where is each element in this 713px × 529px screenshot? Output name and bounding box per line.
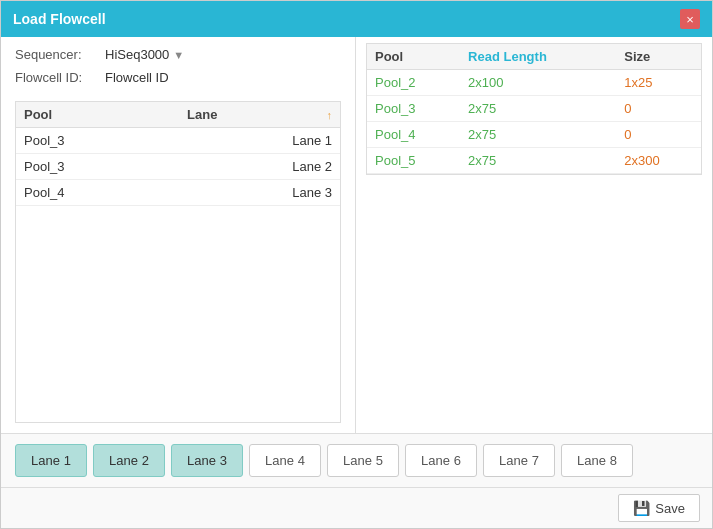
pool-cell: Pool_3 (16, 128, 179, 154)
sequencer-dropdown[interactable]: HiSeq3000 ▼ (105, 47, 184, 62)
lane-cell: Lane 3 (179, 180, 340, 206)
flowcell-id-row: Flowcell ID: Flowcell ID (15, 70, 341, 85)
save-button[interactable]: 💾 Save (618, 494, 700, 522)
left-panel: Sequencer: HiSeq3000 ▼ Flowcell ID: Flow… (1, 37, 356, 433)
right-pool-header: Pool (367, 44, 460, 70)
flowcell-id-value: Flowcell ID (105, 70, 169, 85)
pool-cell: Pool_3 (16, 154, 179, 180)
dialog-body: Sequencer: HiSeq3000 ▼ Flowcell ID: Flow… (1, 37, 712, 433)
flowcell-id-label: Flowcell ID: (15, 70, 105, 85)
save-label: Save (655, 501, 685, 516)
lane-button[interactable]: Lane 6 (405, 444, 477, 477)
lane-cell: Lane 2 (179, 154, 340, 180)
right-readlength-header: Read Length (460, 44, 616, 70)
sequencer-label: Sequencer: (15, 47, 105, 62)
table-row[interactable]: Pool_2 2x100 1x25 (367, 70, 701, 96)
left-pool-table: Pool Lane ↑ Pool_3 Lane 1 (15, 101, 341, 423)
lane-button[interactable]: Lane 5 (327, 444, 399, 477)
chevron-down-icon: ▼ (173, 49, 184, 61)
sequencer-row: Sequencer: HiSeq3000 ▼ (15, 47, 341, 62)
load-flowcell-dialog: Load Flowcell × Sequencer: HiSeq3000 ▼ F… (0, 0, 713, 529)
close-button[interactable]: × (680, 9, 700, 29)
pool-cell: Pool_4 (16, 180, 179, 206)
table-row[interactable]: Pool_5 2x75 2x300 (367, 148, 701, 174)
pool-cell: Pool_4 (367, 122, 460, 148)
read-length-cell: 2x75 (460, 148, 616, 174)
size-cell: 0 (616, 122, 701, 148)
lanes-bar: Lane 1Lane 2Lane 3Lane 4Lane 5Lane 6Lane… (1, 433, 712, 487)
right-size-header: Size (616, 44, 701, 70)
lane-cell: Lane 1 (179, 128, 340, 154)
size-cell: 2x300 (616, 148, 701, 174)
lane-button[interactable]: Lane 3 (171, 444, 243, 477)
sequencer-value: HiSeq3000 (105, 47, 169, 62)
left-pool-header: Pool (16, 102, 179, 128)
size-cell: 0 (616, 96, 701, 122)
read-length-cell: 2x75 (460, 122, 616, 148)
pool-cell: Pool_3 (367, 96, 460, 122)
dialog-title: Load Flowcell (13, 11, 106, 27)
table-row[interactable]: Pool_3 Lane 1 (16, 128, 340, 154)
right-pool-table: Pool Read Length Size Pool_2 2x100 (366, 43, 702, 175)
read-length-cell: 2x100 (460, 70, 616, 96)
left-lane-header[interactable]: Lane ↑ (179, 102, 340, 128)
size-cell: 1x25 (616, 70, 701, 96)
table-row[interactable]: Pool_3 Lane 2 (16, 154, 340, 180)
lane-button[interactable]: Lane 4 (249, 444, 321, 477)
lane-button[interactable]: Lane 2 (93, 444, 165, 477)
lane-button[interactable]: Lane 1 (15, 444, 87, 477)
save-icon: 💾 (633, 500, 650, 516)
sort-icon: ↑ (327, 109, 333, 121)
table-row[interactable]: Pool_3 2x75 0 (367, 96, 701, 122)
table-row[interactable]: Pool_4 2x75 0 (367, 122, 701, 148)
lane-button[interactable]: Lane 7 (483, 444, 555, 477)
read-length-cell: 2x75 (460, 96, 616, 122)
pool-cell: Pool_2 (367, 70, 460, 96)
pool-cell: Pool_5 (367, 148, 460, 174)
title-bar: Load Flowcell × (1, 1, 712, 37)
footer: 💾 Save (1, 487, 712, 528)
right-panel: Pool Read Length Size Pool_2 2x100 (356, 37, 712, 433)
table-row[interactable]: Pool_4 Lane 3 (16, 180, 340, 206)
lane-button[interactable]: Lane 8 (561, 444, 633, 477)
